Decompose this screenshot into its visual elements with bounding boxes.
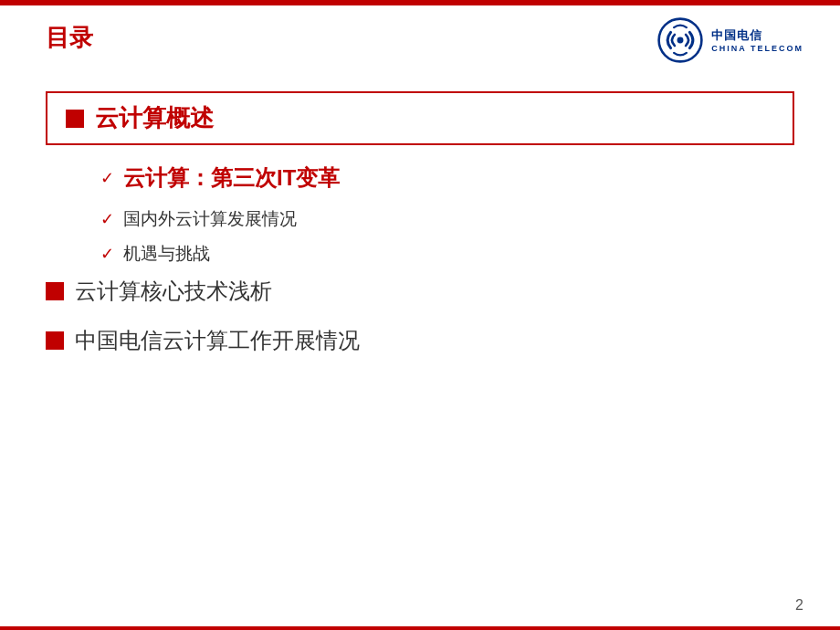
checkmark-icon-3: ✓ (100, 244, 114, 264)
svg-point-1 (677, 37, 684, 44)
item2: 云计算核心技术浅析 (46, 277, 794, 306)
square-bullet-icon-2 (46, 282, 64, 300)
sub-item-1-2: ✓ 国内外云计算发展情况 (100, 207, 794, 231)
checkmark-icon-2: ✓ (100, 209, 114, 229)
logo-area: 中国电信 CHINA TELECOM (656, 16, 803, 64)
square-bullet-icon-3 (46, 331, 64, 350)
sub-item-1-2-text: 国内外云计算发展情况 (123, 207, 297, 231)
bottom-bar (0, 626, 840, 630)
checkmark-icon-1: ✓ (100, 168, 114, 188)
main-content: 云计算概述 ✓ 云计算：第三次IT变革 ✓ 国内外云计算发展情况 ✓ 机遇与挑战 (46, 91, 794, 375)
slide: 目录 (0, 0, 840, 630)
china-telecom-en: CHINA TELECOM (711, 44, 803, 53)
item3-text: 中国电信云计算工作开展情况 (75, 326, 360, 355)
sub-item-1-3: ✓ 机遇与挑战 (100, 242, 794, 266)
china-telecom-cn: 中国电信 (711, 27, 762, 44)
china-telecom-logo: 中国电信 CHINA TELECOM (656, 16, 803, 64)
sub-items-item1: ✓ 云计算：第三次IT变革 ✓ 国内外云计算发展情况 ✓ 机遇与挑战 (100, 163, 794, 266)
highlight-box-item1: 云计算概述 (46, 91, 794, 145)
item1-text: 云计算概述 (95, 102, 214, 134)
sub-item-1-1-text: 云计算：第三次IT变革 (123, 163, 340, 193)
telecom-symbol-icon (656, 16, 704, 64)
item3: 中国电信云计算工作开展情况 (46, 326, 794, 355)
page-title: 目录 (46, 22, 93, 54)
page-number: 2 (795, 597, 803, 614)
telecom-text: 中国电信 CHINA TELECOM (711, 27, 803, 53)
sub-item-1-1: ✓ 云计算：第三次IT变革 (100, 163, 794, 193)
header: 目录 (0, 16, 840, 64)
item2-text: 云计算核心技术浅析 (75, 277, 272, 306)
square-bullet-icon (66, 110, 84, 128)
sub-item-1-3-text: 机遇与挑战 (123, 242, 210, 266)
top-bar (0, 0, 840, 5)
